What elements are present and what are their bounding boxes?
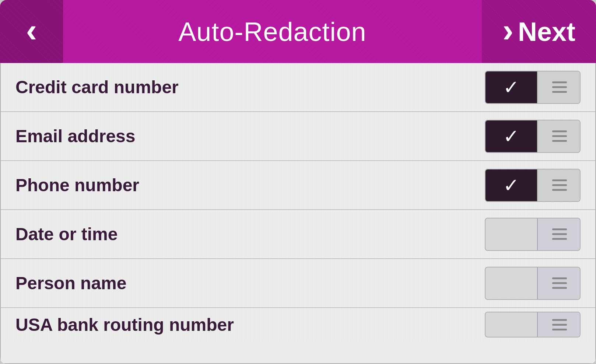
content-area: Credit card number ✓ Emai [0,63,596,364]
header: ‹ Auto-Redaction › Next [0,0,596,63]
drag-handle[interactable] [537,267,581,300]
toggle-checked-indicator: ✓ [485,71,537,104]
toggle-checked-indicator: ✓ [485,169,537,202]
drag-handle[interactable] [537,71,581,104]
next-label: Next [518,17,575,47]
back-button[interactable]: ‹ [0,0,63,63]
next-button[interactable]: › Next [482,0,596,63]
app-container: ‹ Auto-Redaction › Next Credit card numb… [0,0,596,364]
toggle-unchecked-indicator [485,267,537,300]
drag-lines-icon [552,319,567,330]
drag-lines-icon [552,81,567,93]
item-label-bank: USA bank routing number [15,315,234,335]
checkmark-icon: ✓ [503,127,519,146]
drag-lines-icon [552,277,567,289]
toggle-email[interactable]: ✓ [485,120,581,153]
toggle-credit-card[interactable]: ✓ [485,71,581,104]
page-title: Auto-Redaction [63,17,482,47]
item-label-credit-card: Credit card number [15,77,179,97]
toggle-phone[interactable]: ✓ [485,169,581,202]
drag-lines-icon [552,179,567,191]
item-label-person: Person name [15,273,126,293]
item-label-email: Email address [15,126,136,146]
drag-handle[interactable] [537,312,581,337]
drag-handle[interactable] [537,218,581,251]
item-label-date: Date or time [15,224,118,244]
list-item: Person name [1,259,595,308]
toggle-unchecked-indicator [485,312,537,337]
list-item: Email address ✓ [1,112,595,161]
redaction-list: Credit card number ✓ Emai [0,63,596,364]
checkmark-icon: ✓ [503,78,519,97]
list-item: Date or time [1,210,595,259]
chevron-left-icon: ‹ [26,14,37,47]
toggle-person[interactable] [485,267,581,300]
drag-lines-icon [552,130,567,142]
list-item: Phone number ✓ [1,161,595,210]
toggle-date[interactable] [485,218,581,251]
drag-lines-icon [552,228,567,240]
toggle-unchecked-indicator [485,218,537,251]
chevron-right-icon: › [502,14,513,47]
list-item: Credit card number ✓ [1,63,595,112]
toggle-checked-indicator: ✓ [485,120,537,153]
checkmark-icon: ✓ [503,176,519,195]
item-label-phone: Phone number [15,175,139,195]
toggle-bank[interactable] [485,312,581,337]
drag-handle[interactable] [537,120,581,153]
list-item-partial: USA bank routing number [1,308,595,341]
drag-handle[interactable] [537,169,581,202]
